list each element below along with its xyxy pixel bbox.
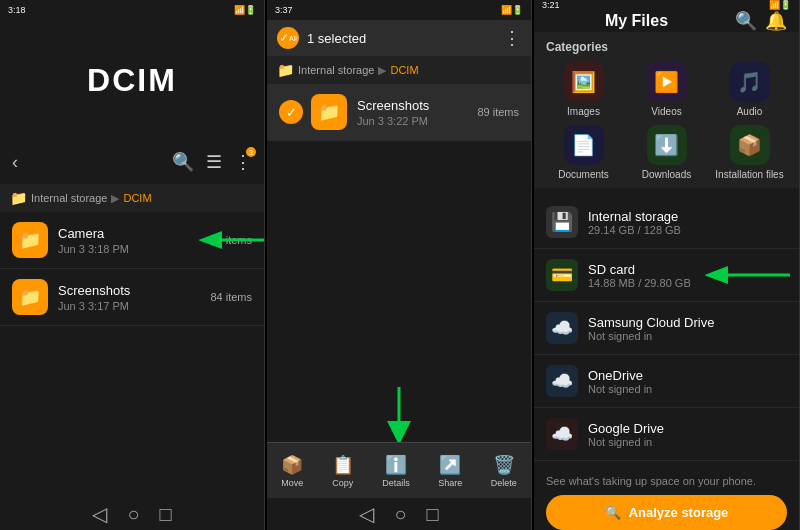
copy-button[interactable]: 📋 Copy [332,454,354,488]
documents-label: Documents [558,169,609,180]
notification-icon-3[interactable]: 🔔 [765,10,787,32]
installation-icon: 📦 [730,125,770,165]
file-list-1: 📁 Camera Jun 3 3:18 PM 2 items 📁 Screens… [0,212,264,498]
nav-recent-1[interactable]: □ [160,503,172,526]
storage-onedrive[interactable]: ☁️ OneDrive Not signed in [534,355,799,408]
status-bar-3: 3:21 📶🔋 [534,0,799,10]
arrow-toolbar [369,387,429,442]
storage-internal[interactable]: 💾 Internal storage 29.14 GB / 128 GB [534,196,799,249]
selected-count: 1 selected [307,31,495,46]
copy-icon: 📋 [332,454,354,476]
file-item-screenshots-2[interactable]: ✓ 📁 Screenshots Jun 3 3:22 PM 89 items [267,84,531,141]
videos-label: Videos [651,106,681,117]
category-images[interactable]: 🖼️ Images [546,62,621,117]
folder-icon: 📁 [10,190,27,206]
panel1-toolbar: ‹ 🔍 ☰ ⋮ 3 [0,140,264,184]
storage-googledrive[interactable]: ☁️ Google Drive Not signed in [534,408,799,461]
status-bar-1: 3:18 📶🔋 [0,0,264,20]
category-downloads[interactable]: ⬇️ Downloads [629,125,704,180]
screenshots-name-1: Screenshots [58,283,210,298]
camera-name: Camera [58,226,217,241]
more-icon-2[interactable]: ⋮ [503,27,521,49]
top-bar-3: My Files 🔍 🔔 [534,10,799,32]
nav-home-1[interactable]: ○ [127,503,139,526]
myfiles-title: My Files [546,12,727,30]
categories-title: Categories [546,40,787,54]
downloads-icon: ⬇️ [647,125,687,165]
analyze-hint: See what's taking up space on your phone… [546,475,787,487]
videos-icon: ▶️ [647,62,687,102]
sep2: ▶ [378,64,386,77]
storage-label-2: Internal storage [298,64,374,76]
googledrive-sub: Not signed in [588,436,664,448]
screenshots-folder-icon-1: 📁 [12,279,48,315]
status-icons-2: 📶🔋 [501,5,523,15]
camera-folder-icon: 📁 [12,222,48,258]
status-icons-3: 📶🔋 [769,0,791,10]
category-videos[interactable]: ▶️ Videos [629,62,704,117]
nav-back-2[interactable]: ◁ [359,502,374,526]
sdcard-icon: 💳 [546,259,578,291]
selected-bar: ✓All 1 selected ⋮ [267,20,531,56]
samsung-cloud-info: Samsung Cloud Drive Not signed in [588,315,714,342]
status-icons-1: 📶🔋 [234,5,256,15]
category-documents[interactable]: 📄 Documents [546,125,621,180]
search-icon-3[interactable]: 🔍 [735,10,757,32]
select-all-icon[interactable]: ✓All [277,27,299,49]
audio-label: Audio [737,106,763,117]
details-button[interactable]: ℹ️ Details [382,454,410,488]
screenshots-count-1: 84 items [210,291,252,303]
screenshots-info-2: Screenshots Jun 3 3:22 PM [357,98,477,127]
storage-list: 💾 Internal storage 29.14 GB / 128 GB 💳 S… [534,192,799,465]
share-icon: ↗️ [439,454,461,476]
nav-back-1[interactable]: ◁ [92,502,107,526]
nav-recent-2[interactable]: □ [427,503,439,526]
sdcard-sub: 14.88 MB / 29.80 GB [588,277,691,289]
onedrive-sub: Not signed in [588,383,652,395]
folder-icon-2: 📁 [277,62,294,78]
move-button[interactable]: 📦 Move [281,454,303,488]
search-icon[interactable]: 🔍 [172,151,194,173]
storage-samsung-cloud[interactable]: ☁️ Samsung Cloud Drive Not signed in [534,302,799,355]
time-2: 3:37 [275,5,293,15]
arrow-area [267,382,531,442]
category-audio[interactable]: 🎵 Audio [712,62,787,117]
storage-sdcard[interactable]: 💳 SD card 14.88 MB / 29.80 GB [534,249,799,302]
onedrive-name: OneDrive [588,368,652,383]
share-button[interactable]: ↗️ Share [438,454,462,488]
delete-label: Delete [491,478,517,488]
nav-bar-2: ◁ ○ □ [267,498,531,530]
back-icon[interactable]: ‹ [12,152,18,173]
selected-checkmark: ✓ [279,100,303,124]
time-3: 3:21 [542,0,560,10]
nav-home-2[interactable]: ○ [394,503,406,526]
downloads-label: Downloads [642,169,691,180]
time-1: 3:18 [8,5,26,15]
screenshots-name-2: Screenshots [357,98,477,113]
screenshots-folder-icon-2: 📁 [311,94,347,130]
onedrive-icon: ☁️ [546,365,578,397]
panel3-myfiles: 3:21 📶🔋 My Files 🔍 🔔 Categories 🖼️ Image… [534,0,800,530]
copy-label: Copy [332,478,353,488]
breadcrumb-1: 📁 Internal storage ▶ DCIM [0,184,264,212]
googledrive-icon: ☁️ [546,418,578,450]
dcim-title-area: DCIM [0,20,264,140]
more-icon-1[interactable]: ⋮ 3 [234,151,252,173]
images-label: Images [567,106,600,117]
categories-section: Categories 🖼️ Images ▶️ Videos 🎵 Audio 📄… [534,32,799,188]
file-item-screenshots-1[interactable]: 📁 Screenshots Jun 3 3:17 PM 84 items [0,269,264,326]
googledrive-info: Google Drive Not signed in [588,421,664,448]
storage-label: Internal storage [31,192,107,204]
documents-icon: 📄 [564,125,604,165]
screenshots-meta-2: Jun 3 3:22 PM [357,115,477,127]
analyze-storage-button[interactable]: 🔍 Analyze storage [546,495,787,530]
category-installation[interactable]: 📦 Installation files [712,125,787,180]
camera-info: Camera Jun 3 3:18 PM [58,226,217,255]
onedrive-info: OneDrive Not signed in [588,368,652,395]
googledrive-name: Google Drive [588,421,664,436]
details-icon: ℹ️ [385,454,407,476]
delete-button[interactable]: 🗑️ Delete [491,454,517,488]
panel2-selected: 3:37 📶🔋 ✓All 1 selected ⋮ 📁 Internal sto… [267,0,532,530]
file-item-camera[interactable]: 📁 Camera Jun 3 3:18 PM 2 items [0,212,264,269]
list-view-icon[interactable]: ☰ [206,151,222,173]
